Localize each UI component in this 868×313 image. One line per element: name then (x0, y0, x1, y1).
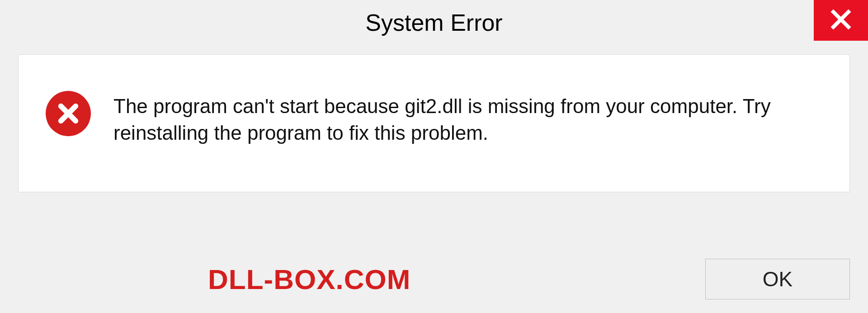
close-button[interactable] (814, 0, 868, 41)
watermark-text: DLL-BOX.COM (208, 263, 410, 295)
titlebar: System Error (0, 0, 868, 45)
ok-button[interactable]: OK (705, 259, 850, 299)
error-icon (46, 91, 91, 136)
error-message: The program can't start because git2.dll… (113, 91, 822, 147)
window-title: System Error (365, 9, 502, 36)
dialog-footer: DLL-BOX.COM OK (18, 259, 850, 299)
ok-button-label: OK (763, 267, 793, 291)
dialog-content: The program can't start because git2.dll… (18, 54, 850, 192)
close-icon (830, 8, 852, 33)
